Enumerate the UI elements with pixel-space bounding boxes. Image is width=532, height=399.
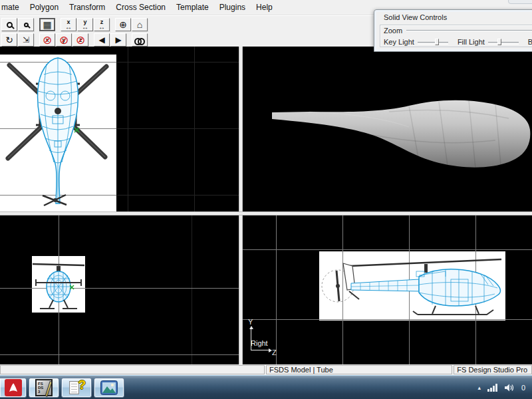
menu-cross-section[interactable]: Cross Section bbox=[110, 1, 171, 13]
key-light-slider[interactable] bbox=[418, 38, 448, 46]
solid-view-controls-panel: Solid View Controls Zoom Key Light Fill … bbox=[374, 9, 532, 52]
binoculars-icon bbox=[134, 37, 145, 44]
panel-body: Zoom Key Light Fill Light Back Light bbox=[380, 25, 532, 47]
prev-icon: ◀ bbox=[98, 36, 104, 44]
move-y-button[interactable]: y↔ bbox=[77, 18, 93, 31]
zoom-group-label: Zoom bbox=[384, 27, 402, 35]
resize-button[interactable]: ⇲ bbox=[18, 33, 34, 47]
helicopter-top-wireframe bbox=[0, 55, 116, 211]
menu-template[interactable]: Template bbox=[171, 1, 214, 13]
viewport-front-view[interactable] bbox=[0, 215, 239, 364]
resize-icon: ⇲ bbox=[23, 36, 29, 44]
globe-view-button[interactable]: ⊕ bbox=[115, 18, 131, 31]
adobe-reader-icon bbox=[5, 379, 22, 396]
zoom-out-icon bbox=[24, 23, 29, 27]
viewport-top-view[interactable] bbox=[0, 47, 239, 211]
slider-thumb[interactable] bbox=[497, 39, 501, 45]
viewport-solid-view[interactable] bbox=[243, 47, 532, 211]
move-y-icon: y↔ bbox=[82, 19, 88, 30]
axis-z-label: Z bbox=[272, 348, 277, 356]
workspace: Y Right Z bbox=[0, 47, 532, 364]
menu-help[interactable]: Help bbox=[251, 1, 278, 13]
prev-part-button[interactable]: ◀ bbox=[94, 33, 110, 47]
helicopter-front-wireframe bbox=[32, 256, 85, 313]
status-message bbox=[0, 365, 265, 374]
zoom-in-button[interactable] bbox=[1, 18, 17, 31]
move-x-button[interactable]: x↔ bbox=[61, 18, 76, 31]
slider-thumb[interactable] bbox=[435, 39, 439, 45]
lock-x-button[interactable]: x ⊘ bbox=[39, 33, 55, 47]
rotate-icon: ↻ bbox=[5, 36, 13, 44]
helicopter-side-wireframe bbox=[319, 251, 505, 321]
image-viewer-icon bbox=[100, 380, 118, 395]
fill-light-label: Fill Light bbox=[458, 38, 485, 46]
viewport-splitter-horizontal[interactable] bbox=[0, 211, 532, 215]
status-bar: FSDS Model | Tube FS Design Studio Pro bbox=[0, 364, 532, 375]
menu-transform[interactable]: Transform bbox=[64, 1, 110, 13]
viewport-splitter-vertical[interactable] bbox=[239, 47, 243, 364]
find-button[interactable] bbox=[132, 33, 148, 47]
move-x-icon: x↔ bbox=[65, 19, 72, 30]
next-icon: ▶ bbox=[115, 36, 121, 44]
taskbar-button-adobe-reader[interactable] bbox=[0, 378, 27, 398]
fuselage-solid-model bbox=[269, 95, 532, 178]
axis-indicator: Y Right Z bbox=[247, 321, 287, 359]
background-window-corner bbox=[508, 0, 532, 4]
volume-icon[interactable] bbox=[504, 383, 515, 392]
taskbar-button-fsds[interactable]: FS DS 3 bbox=[29, 378, 59, 398]
system-tray: ▴ 0 bbox=[477, 383, 532, 392]
next-part-button[interactable]: ▶ bbox=[110, 33, 126, 47]
tray-expand-icon[interactable]: ▴ bbox=[477, 384, 481, 391]
key-light-label: Key Light bbox=[384, 38, 414, 46]
network-icon[interactable] bbox=[487, 384, 497, 392]
fill-light-slider[interactable] bbox=[488, 38, 519, 46]
home-view-button[interactable]: ⌂ bbox=[132, 18, 148, 31]
lights-row: Key Light Fill Light Back Light bbox=[384, 37, 532, 47]
move-z-button[interactable]: z↔ bbox=[94, 18, 110, 31]
zoom-out-button[interactable] bbox=[18, 18, 34, 31]
zoom-group: Zoom bbox=[384, 26, 532, 35]
no-sign-icon: ⊘ bbox=[40, 34, 55, 46]
help-icon: ? bbox=[68, 379, 84, 396]
view-name-label: Right bbox=[251, 339, 268, 347]
viewport-right-view[interactable]: Y Right Z bbox=[243, 215, 532, 364]
app-window: mate Polygon Transform Cross Section Tem… bbox=[0, 0, 532, 399]
no-sign-icon: ⊘ bbox=[73, 34, 88, 46]
lock-z-button[interactable]: z ⊘ bbox=[72, 33, 88, 47]
rotate-button[interactable]: ↻ bbox=[1, 33, 17, 47]
back-light-label: Back Light bbox=[528, 38, 532, 46]
menu-polygon[interactable]: Polygon bbox=[25, 1, 64, 13]
status-app-name: FS Design Studio Pro bbox=[454, 365, 532, 374]
move-z-icon: z↔ bbox=[98, 19, 105, 30]
axis-y-label: Y bbox=[248, 318, 253, 326]
panel-title-bar[interactable]: Solid View Controls bbox=[374, 10, 532, 23]
no-sign-icon: ⊘ bbox=[57, 34, 71, 46]
globe-icon: ⊕ bbox=[119, 21, 127, 29]
taskbar-button-image-viewer[interactable] bbox=[94, 378, 124, 398]
taskbar-clock[interactable]: 0 bbox=[521, 384, 531, 392]
zoom-in-icon bbox=[7, 22, 13, 28]
status-model: FSDS Model | Tube bbox=[266, 365, 452, 374]
lock-y-button[interactable]: y ⊘ bbox=[56, 33, 72, 47]
menu-animate[interactable]: mate bbox=[0, 1, 25, 13]
taskbar: FS DS 3 ? ▴ bbox=[0, 375, 532, 399]
menu-plugins[interactable]: Plugins bbox=[214, 1, 251, 13]
home-icon: ⌂ bbox=[137, 21, 142, 29]
fsds-app-icon: FS DS 3 bbox=[35, 379, 53, 396]
grid-icon: ▦ bbox=[43, 21, 51, 29]
grid-toggle-button[interactable]: ▦ bbox=[39, 18, 55, 31]
taskbar-button-help[interactable]: ? bbox=[61, 378, 92, 398]
